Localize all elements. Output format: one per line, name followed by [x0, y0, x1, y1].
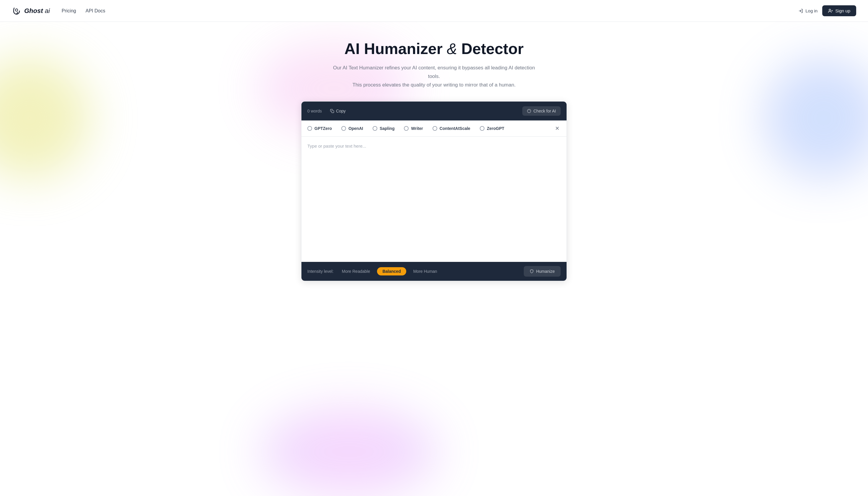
- nav-links: Pricing API Docs: [62, 8, 105, 14]
- main-content: AI Humanizer & Detector Our AI Text Huma…: [0, 22, 868, 293]
- login-icon: [798, 9, 803, 13]
- detector-radio-sapling: [373, 126, 377, 131]
- navbar: Ghost ai Pricing API Docs Log in Sign up: [0, 0, 868, 22]
- hero-subtitle: Our AI Text Humanizer refines your AI co…: [331, 64, 537, 90]
- editor-footer: Intensity level: More Readable Balanced …: [301, 262, 567, 281]
- intensity-label: Intensity level:: [307, 269, 334, 274]
- toolbar-left: 0 words Copy: [307, 107, 348, 114]
- detector-openai[interactable]: OpenAI: [341, 126, 363, 131]
- signup-icon: [828, 9, 833, 13]
- editor-toolbar: 0 words Copy Check for AI: [301, 102, 567, 121]
- nav-right: Log in Sign up: [798, 5, 856, 16]
- text-input[interactable]: [307, 143, 561, 255]
- svg-point-2: [829, 9, 831, 11]
- check-ai-icon: [527, 109, 531, 113]
- detector-radio-openai: [341, 126, 346, 131]
- detector-radio-contentatscale: [433, 126, 437, 131]
- detector-sapling[interactable]: Sapling: [373, 126, 395, 131]
- svg-rect-5: [331, 110, 334, 113]
- logo-icon: [12, 6, 21, 16]
- logo[interactable]: Ghost ai: [12, 6, 50, 16]
- detector-writer[interactable]: Writer: [404, 126, 423, 131]
- nav-link-api-docs[interactable]: API Docs: [86, 8, 105, 14]
- login-button[interactable]: Log in: [798, 8, 818, 13]
- nav-link-pricing[interactable]: Pricing: [62, 8, 76, 14]
- svg-point-0: [15, 9, 18, 11]
- copy-icon: [330, 109, 334, 113]
- copy-button[interactable]: Copy: [328, 107, 348, 114]
- bg-blob-purple: [260, 407, 437, 496]
- logo-text: Ghost ai: [24, 7, 50, 15]
- close-detection-bar-button[interactable]: ✕: [554, 124, 561, 133]
- intensity-more-readable[interactable]: More Readable: [338, 267, 374, 276]
- editor-body: [301, 137, 567, 262]
- intensity-balanced[interactable]: Balanced: [377, 267, 406, 276]
- humanize-icon: [530, 269, 534, 274]
- detector-zerogpt[interactable]: ZeroGPT: [480, 126, 504, 131]
- detector-contentatscale[interactable]: ContentAtScale: [433, 126, 470, 131]
- detector-radio-zerogpt: [480, 126, 484, 131]
- editor-container: 0 words Copy Check for AI: [301, 101, 567, 281]
- signup-button[interactable]: Sign up: [822, 5, 856, 16]
- detector-radio-gptzero: [307, 126, 312, 131]
- detection-bar: GPTZero OpenAI Sapling Writer ContentAtS…: [301, 121, 567, 137]
- word-count: 0 words: [307, 109, 322, 113]
- detector-gptzero[interactable]: GPTZero: [307, 126, 332, 131]
- detector-radio-writer: [404, 126, 408, 131]
- intensity-options: More Readable Balanced More Human: [338, 267, 441, 276]
- intensity-more-human[interactable]: More Human: [410, 267, 441, 276]
- hero-title: AI Humanizer & Detector: [344, 40, 524, 58]
- nav-left: Ghost ai Pricing API Docs: [12, 6, 105, 16]
- check-ai-button[interactable]: Check for AI: [522, 106, 561, 116]
- humanize-button[interactable]: Humanize: [524, 266, 561, 277]
